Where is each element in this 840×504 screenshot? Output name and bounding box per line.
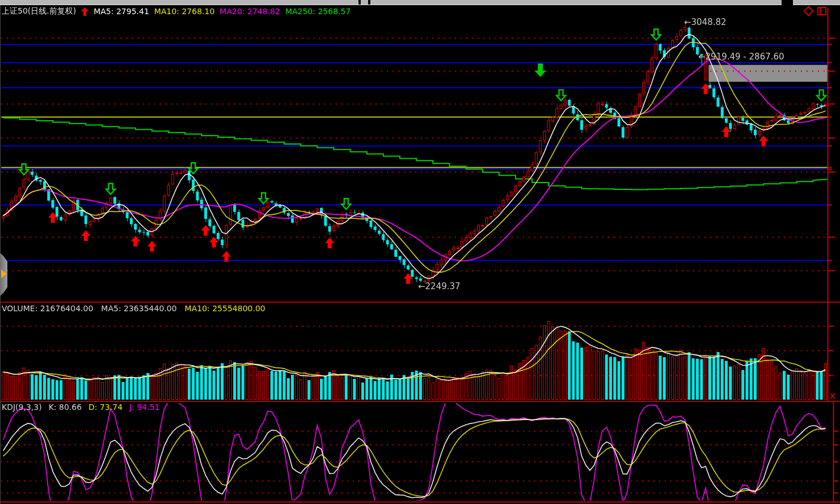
toolbar-separator: [358, 0, 361, 5]
kdj-k-label: K: 80.66: [49, 403, 82, 412]
volume-ma5-label: MA5: 23635440.00: [101, 304, 176, 313]
top-toolbar-edge: [0, 0, 840, 5]
kdj-panel-header: KDJ(9,3,3) K: 80.66 D: 73.74 J: 94.51: [2, 403, 159, 412]
indicator-close-button[interactable]: X: [829, 392, 837, 400]
price-annotation: ←3048.82: [684, 17, 727, 27]
split-window-icon[interactable]: [817, 7, 826, 15]
kdj-j-label: J: 94.51: [129, 403, 159, 412]
window-left-border: [0, 0, 1, 504]
toolbar-gap: [782, 0, 793, 5]
chart-canvas[interactable]: [0, 0, 840, 504]
volume-ma10-label: MA10: 25554800.00: [185, 304, 265, 313]
main-chart-header: 上证50(日线.前复权) MA5: 2795.41 MA10: 2768.10 …: [2, 6, 351, 16]
ma250-label: MA250: 2568.57: [285, 7, 351, 16]
buy-signal-icon: [81, 7, 88, 16]
ma20-label: MA20: 2748.82: [220, 7, 280, 16]
volume-panel-header: VOLUME: 21676404.00 MA5: 23635440.00 MA1…: [2, 304, 265, 313]
expand-arrow-icon: [1, 269, 6, 278]
price-annotation: ←2919.49 - 2867.60: [698, 52, 784, 62]
volume-value-label: VOLUME: 21676404.00: [2, 304, 93, 313]
ma5-label: MA5: 2795.41: [94, 7, 149, 16]
kdj-d-label: D: 73.74: [88, 403, 123, 412]
window-controls: [805, 7, 826, 15]
kdj-title-label: KDJ(9,3,3): [2, 403, 42, 412]
ma10-label: MA10: 2768.10: [154, 7, 215, 16]
stock-chart-app: 上证50(日线.前复权) MA5: 2795.41 MA10: 2768.10 …: [0, 0, 840, 504]
diamond-icon[interactable]: [803, 6, 813, 16]
price-annotation: ←2249.37: [418, 281, 461, 291]
toolbar-separator: [368, 0, 370, 5]
symbol-title: 上证50(日线.前复权): [2, 6, 76, 16]
